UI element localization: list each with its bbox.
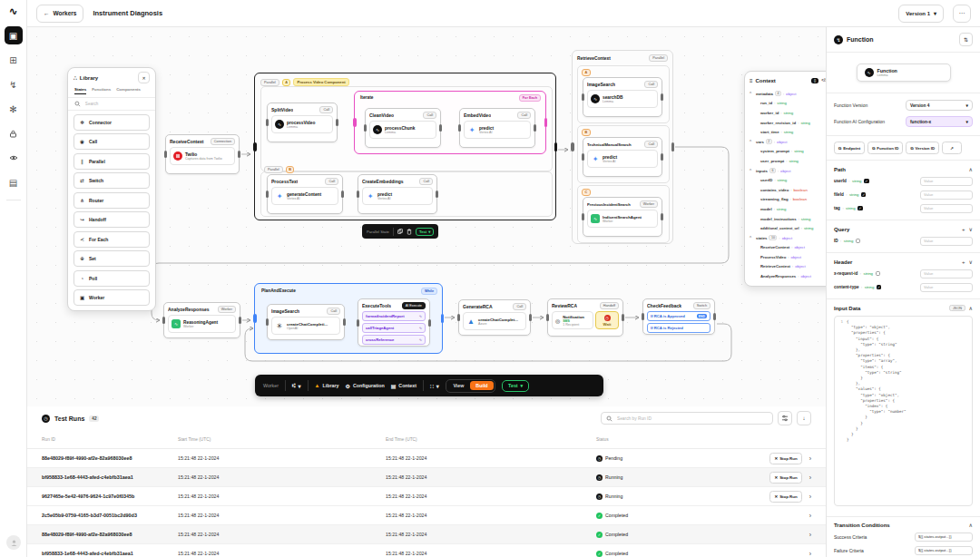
required-checkbox[interactable]: ✓ bbox=[876, 271, 881, 277]
tool-row[interactable]: formatIncidentReport ∿ bbox=[362, 311, 426, 321]
context-row[interactable]: streaming_flag:boolean bbox=[745, 195, 826, 205]
context-row[interactable]: run_id:string bbox=[745, 99, 826, 109]
delete-button[interactable] bbox=[407, 229, 412, 235]
test-button[interactable]: Test ▾ bbox=[502, 380, 529, 392]
row-chevron-icon[interactable]: › bbox=[809, 474, 811, 481]
context-row[interactable]: start_time:string bbox=[745, 127, 826, 137]
node-create-embeddings[interactable]: CreateEmbeddings Call ✦ predict Vertex A… bbox=[358, 174, 437, 214]
user-avatar[interactable] bbox=[6, 535, 21, 550]
copy-version-id-button[interactable]: ⧉Version ID bbox=[906, 142, 939, 154]
node-previous-incident-search[interactable]: PreviousIncidentSearch Worker ∿ Indicent… bbox=[583, 197, 662, 237]
node-image-search[interactable]: ImageSearch Call ∿ searchDB Lemma bbox=[583, 77, 662, 117]
context-row[interactable]: system_prompt:string bbox=[745, 147, 826, 157]
library-item-parallel[interactable]: ∥Parallel bbox=[74, 153, 150, 170]
node-check-feedback[interactable]: CheckFeedback Switch If RCA is Approved … bbox=[642, 298, 715, 335]
failure-criteria-input[interactable] bbox=[915, 546, 973, 555]
required-checkbox[interactable]: ✓ bbox=[864, 179, 869, 184]
library-item-set[interactable]: ⊕Set bbox=[74, 250, 150, 267]
param-value-input[interactable] bbox=[920, 283, 973, 292]
library-item-router[interactable]: ⋔Router bbox=[74, 192, 150, 209]
workflow-canvas[interactable]: ReceiveContext Connection Twilio Capture… bbox=[27, 27, 826, 406]
node-embed-video[interactable]: EmbedVideo Call ✦ predict Vertex AI bbox=[459, 108, 535, 148]
context-row[interactable]: ^metadata4:object bbox=[745, 89, 826, 99]
collapse-icon[interactable]: ∨ bbox=[969, 226, 973, 232]
function-node-card[interactable]: ∿ Function Lemma bbox=[857, 64, 951, 82]
param-value-input[interactable] bbox=[920, 177, 973, 186]
function-version-select[interactable]: Version 4 ▾ bbox=[906, 100, 973, 111]
context-row[interactable]: model_instructions:string bbox=[745, 214, 826, 224]
context-row[interactable]: ProcessVideo:object bbox=[745, 252, 826, 262]
more-menu-button[interactable]: ⋯ bbox=[953, 5, 971, 23]
grid-options-button[interactable]: ∷▾ bbox=[430, 383, 439, 389]
sidebar-item-components[interactable]: ⊞ bbox=[5, 51, 23, 69]
required-checkbox[interactable]: ✓ bbox=[856, 239, 861, 244]
sidebar-item-docs[interactable]: ▤ bbox=[5, 173, 23, 191]
copy-endpoint-button[interactable]: ⧉Endpoint bbox=[834, 142, 865, 154]
context-row[interactable]: RetrieveContext:object bbox=[745, 262, 826, 272]
node-technical-manual-search[interactable]: TechnicalManualSearch Call ✦ predict Ver… bbox=[583, 137, 662, 177]
context-row[interactable]: ^vars2:object bbox=[745, 137, 826, 147]
row-chevron-icon[interactable]: › bbox=[809, 455, 811, 462]
add-param-button[interactable]: + bbox=[962, 259, 965, 265]
sidebar-item-security[interactable] bbox=[5, 124, 23, 142]
node-image-search-2[interactable]: ImageSearch Call ✳ createChatCompleti...… bbox=[267, 304, 345, 340]
library-item-handoff[interactable]: ↪Handoff bbox=[74, 211, 150, 228]
sidebar-item-observe[interactable] bbox=[5, 149, 23, 167]
context-row[interactable]: userID:string bbox=[745, 175, 826, 185]
context-row[interactable]: worker_revision_id:string bbox=[745, 118, 826, 128]
library-item-call[interactable]: ◉Call bbox=[74, 133, 150, 150]
library-item-switch[interactable]: ⇄Switch bbox=[74, 172, 150, 189]
context-row[interactable]: worker_id:string bbox=[745, 108, 826, 118]
table-row[interactable]: 2c5e05b9-0759-4165-b3d7-0051bc2d90d3 15:… bbox=[27, 506, 826, 525]
node-review-rca[interactable]: ReviewRCA Handoff ◎ Notification SMS 1 R… bbox=[547, 298, 623, 337]
add-param-button[interactable]: + bbox=[962, 227, 965, 232]
tab-functions[interactable]: Functions bbox=[92, 87, 111, 94]
context-row[interactable]: ^states10:object bbox=[745, 233, 826, 243]
sidebar-item-triggers[interactable]: ↯ bbox=[5, 75, 23, 93]
table-row[interactable]: 88e48029-f89f-4990-af2e-82a968030ee8 15:… bbox=[27, 449, 826, 468]
required-checkbox[interactable]: ✓ bbox=[861, 192, 867, 198]
configuration-toolbar-button[interactable]: ⚙Configuration bbox=[346, 383, 385, 389]
context-row[interactable]: user_prompt:string bbox=[745, 156, 826, 166]
required-checkbox[interactable]: ✓ bbox=[858, 206, 863, 211]
version-dropdown[interactable]: Version 1 ▾ bbox=[898, 5, 944, 23]
context-row[interactable]: ^inputs6:object bbox=[745, 166, 826, 176]
node-clean-video[interactable]: CleanVideo Call ∿ processChunk Lemma bbox=[365, 108, 441, 148]
context-row[interactable]: model:string bbox=[745, 204, 826, 214]
node-process-text[interactable]: ProcessText Call ✦ generateContent Verte… bbox=[267, 174, 343, 214]
build-mode-button[interactable]: Build bbox=[470, 381, 493, 390]
param-value-input[interactable] bbox=[920, 269, 973, 278]
code-view-icon[interactable]: </> bbox=[821, 78, 826, 83]
library-item-for-each[interactable]: ≺For Each bbox=[74, 231, 150, 248]
library-item-poll[interactable]: ◔Poll bbox=[74, 270, 150, 287]
tab-components[interactable]: Components bbox=[116, 87, 141, 94]
view-mode-button[interactable]: View bbox=[447, 381, 469, 390]
param-value-input[interactable] bbox=[920, 237, 973, 246]
back-to-workers-button[interactable]: ← Workers bbox=[36, 5, 83, 23]
context-row[interactable]: AnalyzeResponses:object bbox=[745, 271, 826, 281]
stop-run-button[interactable]: ✕Stop Run bbox=[769, 491, 801, 503]
sidebar-item-canvas[interactable]: ▣ bbox=[5, 26, 23, 44]
required-checkbox[interactable]: ✓ bbox=[877, 285, 882, 290]
duplicate-button[interactable] bbox=[397, 229, 403, 234]
branch-approved[interactable]: If RCA is Approved END bbox=[647, 311, 710, 321]
expand-panel-button[interactable]: ⇅ bbox=[959, 33, 973, 46]
library-toolbar-button[interactable]: ▲Library bbox=[315, 383, 339, 388]
ai-config-select[interactable]: function-x ▾ bbox=[906, 116, 973, 127]
context-mode-toggle[interactable]: {} bbox=[811, 78, 818, 83]
tool-row[interactable]: crossReference ∿ bbox=[362, 335, 426, 345]
tool-row[interactable]: callTriageAgent ∿ bbox=[362, 323, 426, 333]
branch-rejected[interactable]: If RCA is Rejected bbox=[647, 323, 710, 333]
collapse-icon[interactable]: ∨ bbox=[969, 259, 973, 265]
library-item-worker[interactable]: ▣Worker bbox=[74, 289, 150, 306]
context-row[interactable]: ReceiveContext:object bbox=[745, 243, 826, 253]
param-value-input[interactable] bbox=[920, 204, 973, 213]
node-receive-context[interactable]: ReceiveContext Connection Twilio Capture… bbox=[165, 134, 240, 174]
table-row[interactable]: 9627465e-5e42-4976-9624-1c97e0f0345b 15:… bbox=[27, 487, 826, 506]
node-analyze-responses[interactable]: AnalyzeResponses Worker ∿ ReasoningAgent… bbox=[163, 302, 240, 338]
download-button[interactable]: ↓ bbox=[797, 411, 811, 425]
collapse-icon[interactable]: ∧ bbox=[969, 522, 973, 528]
run-search-input[interactable] bbox=[615, 415, 755, 422]
flow-select-button[interactable]: ⑆▾ bbox=[292, 383, 301, 389]
collapse-icon[interactable]: ∧ bbox=[969, 305, 973, 311]
